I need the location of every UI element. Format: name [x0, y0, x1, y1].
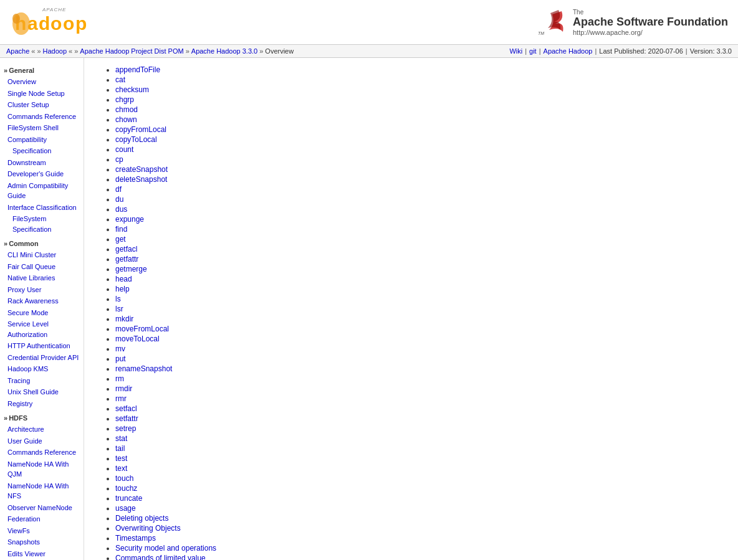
link-renameSnapshot[interactable]: renameSnapshot	[115, 364, 172, 373]
link-deleteSnapshot[interactable]: deleteSnapshot	[115, 175, 167, 184]
link-cat[interactable]: cat	[115, 75, 125, 84]
breadcrumb-current: Overview	[265, 47, 294, 55]
link-mv[interactable]: mv	[115, 344, 125, 353]
link-createSnapshot[interactable]: createSnapshot	[115, 165, 168, 174]
sidebar-item-single-node-setup[interactable]: Single Node Setup	[2, 88, 81, 100]
breadcrumb-hadoop-330[interactable]: Apache Hadoop 3.3.0	[191, 47, 257, 55]
link-getfattr[interactable]: getfattr	[115, 255, 138, 263]
breadcrumb-project-dist-pom[interactable]: Apache Hadoop Project Dist POM	[80, 47, 183, 55]
sidebar-item-edits-viewer[interactable]: Edits Viewer	[2, 548, 81, 560]
link-timestamps[interactable]: Timestamps	[115, 534, 156, 543]
sidebar-item-architecture[interactable]: Architecture	[2, 424, 81, 435]
link-security-model[interactable]: Security model and operations	[115, 544, 216, 553]
link-chgrp[interactable]: chgrp	[115, 95, 134, 104]
breadcrumb-hadoop[interactable]: Hadoop	[43, 47, 67, 55]
sidebar-item-service-level[interactable]: Service Level Authorization	[2, 318, 81, 340]
link-setfattr[interactable]: setfattr	[115, 414, 138, 423]
link-head[interactable]: head	[115, 275, 132, 283]
sidebar-item-overview[interactable]: Overview	[2, 76, 81, 88]
link-dus[interactable]: dus	[115, 205, 127, 214]
sidebar-item-downstream[interactable]: Downstream	[2, 157, 81, 169]
link-chmod[interactable]: chmod	[115, 105, 138, 114]
sidebar-item-admin-compat-guide[interactable]: Admin Compatibility Guide	[2, 180, 81, 202]
link-put[interactable]: put	[115, 354, 126, 363]
link-rmr[interactable]: rmr	[115, 394, 127, 403]
link-chown[interactable]: chown	[115, 115, 137, 124]
logo-area: APACHE h a d o o p	[10, 5, 110, 39]
sidebar-item-secure-mode[interactable]: Secure Mode	[2, 307, 81, 319]
link-setfacl[interactable]: setfacl	[115, 404, 137, 413]
link-getmerge[interactable]: getmerge	[115, 265, 147, 273]
link-test[interactable]: test	[115, 454, 127, 463]
link-deleting-objects[interactable]: Deleting objects	[115, 514, 168, 523]
sidebar-item-rack-awareness[interactable]: Rack Awareness	[2, 295, 81, 307]
sidebar-section-common: Common	[2, 240, 81, 247]
sidebar-item-namenode-ha-qjm[interactable]: NameNode HA With QJM	[2, 458, 81, 480]
sidebar-item-cli-mini-cluster[interactable]: CLI Mini Cluster	[2, 249, 81, 261]
sidebar-item-interface-classification[interactable]: Interface Classification	[2, 202, 81, 214]
breadcrumb-apache[interactable]: Apache	[6, 47, 29, 55]
sidebar-item-fair-call-queue[interactable]: Fair Call Queue	[2, 261, 81, 273]
sidebar-item-namenode-ha-nfs[interactable]: NameNode HA With NFS	[2, 480, 81, 502]
link-moveFromLocal[interactable]: moveFromLocal	[115, 325, 169, 333]
link-lsr[interactable]: lsr	[115, 305, 123, 313]
link-setrep[interactable]: setrep	[115, 424, 136, 433]
link-find[interactable]: find	[115, 225, 127, 234]
sidebar-item-registry[interactable]: Registry	[2, 398, 81, 410]
sidebar-item-unix-shell-guide[interactable]: Unix Shell Guide	[2, 386, 81, 398]
sidebar-item-developers-guide[interactable]: Developer's Guide	[2, 168, 81, 180]
sidebar-item-proxy-user[interactable]: Proxy User	[2, 284, 81, 296]
sidebar-item-tracing[interactable]: Tracing	[2, 375, 81, 387]
link-rmdir[interactable]: rmdir	[115, 384, 132, 393]
link-touchz[interactable]: touchz	[115, 484, 137, 493]
link-commands-limited-value[interactable]: Commands of limited value	[115, 554, 206, 560]
link-checksum[interactable]: checksum	[115, 85, 149, 94]
sidebar: General Overview Single Node Setup Clust…	[0, 58, 84, 560]
sidebar-item-filesystem-specification[interactable]: FileSystem Specification	[2, 213, 81, 235]
nav-last-published: Last Published: 2020-07-06	[599, 47, 683, 55]
link-ls[interactable]: ls	[115, 295, 121, 303]
sidebar-item-commands-reference[interactable]: Commands Reference	[2, 111, 81, 123]
link-expunge[interactable]: expunge	[115, 215, 144, 224]
link-rm[interactable]: rm	[115, 374, 124, 383]
sidebar-section-general: General	[2, 67, 81, 74]
sidebar-item-snapshots[interactable]: Snapshots	[2, 536, 81, 548]
link-overwriting-objects[interactable]: Overwriting Objects	[115, 524, 181, 533]
link-truncate[interactable]: truncate	[115, 494, 142, 503]
link-moveToLocal[interactable]: moveToLocal	[115, 335, 160, 343]
link-help[interactable]: help	[115, 285, 130, 293]
sidebar-item-http-auth[interactable]: HTTP Authentication	[2, 340, 81, 352]
link-touch[interactable]: touch	[115, 474, 133, 483]
link-appendToFile[interactable]: appendToFile	[115, 65, 160, 74]
sidebar-item-hadoop-kms[interactable]: Hadoop KMS	[2, 363, 81, 375]
sidebar-item-cluster-setup[interactable]: Cluster Setup	[2, 99, 81, 111]
sidebar-item-specification[interactable]: Specification	[2, 145, 81, 157]
nav-git[interactable]: git	[529, 47, 537, 55]
sidebar-item-compatibility[interactable]: Compatibility	[2, 134, 81, 146]
sidebar-item-user-guide[interactable]: User Guide	[2, 435, 81, 447]
link-stat[interactable]: stat	[115, 434, 127, 443]
link-df[interactable]: df	[115, 185, 122, 194]
link-usage[interactable]: usage	[115, 504, 136, 513]
link-du[interactable]: du	[115, 195, 123, 204]
link-get[interactable]: get	[115, 235, 126, 244]
nav-apache-hadoop[interactable]: Apache Hadoop	[544, 47, 593, 55]
sidebar-item-observer-namenode[interactable]: Observer NameNode	[2, 502, 81, 514]
link-mkdir[interactable]: mkdir	[115, 315, 133, 323]
sidebar-item-federation[interactable]: Federation	[2, 513, 81, 525]
link-text[interactable]: text	[115, 464, 127, 473]
link-count[interactable]: count	[115, 145, 133, 154]
link-copyToLocal[interactable]: copyToLocal	[115, 135, 157, 144]
link-copyFromLocal[interactable]: copyFromLocal	[115, 125, 166, 134]
link-tail[interactable]: tail	[115, 444, 125, 453]
sidebar-item-credential-provider[interactable]: Credential Provider API	[2, 352, 81, 364]
sidebar-item-viewfs[interactable]: ViewFs	[2, 525, 81, 537]
link-cp[interactable]: cp	[115, 155, 123, 164]
sidebar-item-hdfs-commands-reference[interactable]: Commands Reference	[2, 447, 81, 458]
sidebar-item-native-libraries[interactable]: Native Libraries	[2, 272, 81, 284]
link-getfacl[interactable]: getfacl	[115, 245, 137, 254]
apache-foundation-logo: TM The Apache Software Foundation http:/…	[537, 8, 728, 36]
svg-point-8	[12, 14, 20, 24]
nav-wiki[interactable]: Wiki	[509, 47, 522, 55]
sidebar-item-filesystem-shell[interactable]: FileSystem Shell	[2, 122, 81, 134]
